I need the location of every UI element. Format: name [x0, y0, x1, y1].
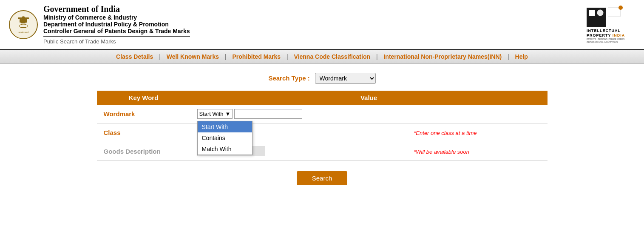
- svg-text:GEOGRAPHICAL INDICATIONS: GEOGRAPHICAL INDICATIONS: [587, 41, 618, 43]
- wordmark-option-contains[interactable]: Contains: [198, 132, 252, 143]
- nav-prohibited-marks[interactable]: Prohibited Marks: [228, 53, 285, 60]
- svg-text:PROPERTY INDIA: PROPERTY INDIA: [587, 33, 625, 37]
- svg-point-11: [597, 10, 603, 16]
- svg-rect-10: [589, 10, 595, 16]
- class-note-cell: *Enter one class at a time: [398, 123, 547, 142]
- govt-title: Government of India: [43, 4, 190, 14]
- wordmark-text-input[interactable]: [234, 109, 302, 119]
- public-search-subtitle: Public Search of Trade Marks: [43, 38, 190, 45]
- wordmark-option-matchwith[interactable]: Match With: [198, 143, 252, 155]
- wordmark-option-startwith[interactable]: Start With: [198, 121, 252, 132]
- goods-note-cell: *Will be available soon: [398, 142, 547, 161]
- search-type-row: Search Type : Wordmark Device Mark Colle…: [97, 73, 548, 84]
- ip-india-icon: INTELLECTUAL PROPERTY INDIA PATENTS | DE…: [584, 6, 635, 44]
- india-emblem-icon: 🏛 सत्यमेव जयते: [9, 10, 38, 40]
- search-type-select[interactable]: Wordmark Device Mark Collective Mark Cer…: [315, 73, 376, 84]
- goods-label: Goods Description: [97, 142, 190, 161]
- controller-line: Controller General of Patents Design & T…: [43, 28, 190, 34]
- main-content: Search Type : Wordmark Device Mark Colle…: [88, 64, 556, 194]
- svg-text:INTELLECTUAL: INTELLECTUAL: [587, 29, 621, 33]
- ministry-line: Ministry of Commerce & Industry: [43, 14, 190, 21]
- nav-help[interactable]: Help: [511, 53, 532, 60]
- svg-text:सत्यमेव जयते: सत्यमेव जयते: [18, 31, 29, 34]
- wordmark-dropdown-selected: Start With: [199, 111, 224, 117]
- wordmark-dropdown-wrapper: Start With ▼ Start With Contains Match W…: [197, 109, 233, 119]
- goods-note: *Will be available soon: [414, 149, 469, 155]
- nav-well-known-marks[interactable]: Well Known Marks: [162, 53, 223, 60]
- wordmark-label: Wordmark: [97, 105, 190, 123]
- page-header: 🏛 सत्यमेव जयते Government of India Minis…: [0, 0, 644, 50]
- header-text-block: Government of India Ministry of Commerce…: [43, 4, 190, 45]
- col-keyword: Key Word: [97, 91, 190, 105]
- table-row: Goods Description *Will be available soo…: [97, 142, 548, 161]
- nav-inn[interactable]: International Non-Proprietary Names(INN): [379, 53, 506, 60]
- svg-rect-7: [20, 27, 26, 28]
- search-table: Key Word Value Wordmark Start With ▼: [97, 91, 548, 161]
- header-left: 🏛 सत्यमेव जयते Government of India Minis…: [9, 4, 190, 45]
- search-button[interactable]: Search: [297, 171, 348, 185]
- nav-class-details[interactable]: Class Details: [112, 53, 157, 60]
- svg-rect-2: [18, 17, 29, 19]
- class-label: Class: [97, 123, 190, 142]
- class-note: *Enter one class at a time: [414, 130, 477, 136]
- svg-text:PATENTS | DESIGNS | TRADE MARK: PATENTS | DESIGNS | TRADE MARKS: [587, 38, 625, 40]
- ip-india-logo-block: INTELLECTUAL PROPERTY INDIA PATENTS | DE…: [584, 6, 635, 44]
- svg-point-13: [618, 6, 623, 10]
- search-button-row: Search: [97, 171, 548, 185]
- wordmark-dropdown-trigger[interactable]: Start With ▼: [197, 109, 233, 119]
- svg-point-0: [9, 11, 37, 39]
- wordmark-value-row: Start With ▼ Start With Contains Match W…: [197, 109, 392, 119]
- table-row: Wordmark Start With ▼ Start With: [97, 105, 548, 123]
- dept-line: Department of Industrial Policy & Promot…: [43, 21, 190, 28]
- col-value: Value: [190, 91, 548, 105]
- wordmark-dropdown-arrow-icon: ▼: [225, 111, 231, 117]
- navigation-bar: Class Details | Well Known Marks | Prohi…: [0, 50, 644, 64]
- wordmark-value-cell: Start With ▼ Start With Contains Match W…: [190, 105, 399, 123]
- search-type-label: Search Type :: [268, 75, 309, 82]
- nav-vienna-code[interactable]: Vienna Code Classification: [290, 53, 374, 60]
- table-row: Class *Enter one class at a time: [97, 123, 548, 142]
- wordmark-note-cell: [398, 105, 547, 123]
- wordmark-dropdown-menu: Start With Contains Match With: [197, 121, 252, 155]
- svg-rect-5: [21, 19, 26, 23]
